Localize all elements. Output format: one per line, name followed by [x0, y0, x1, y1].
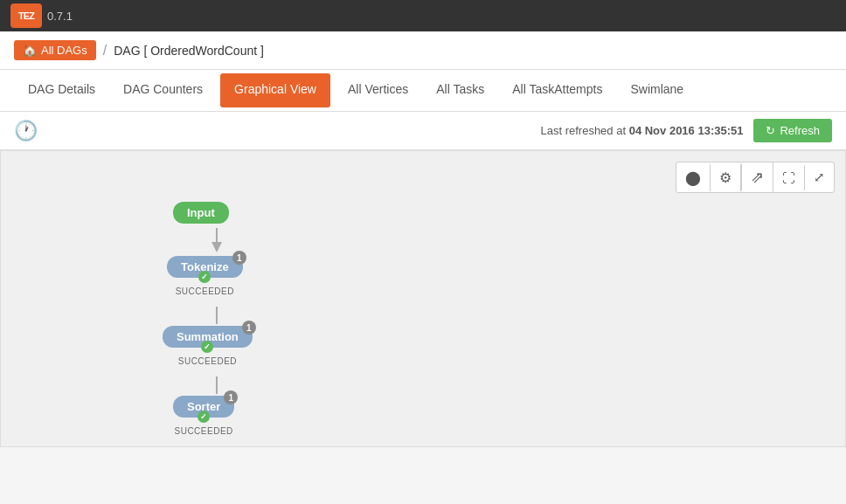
sorter-status: SUCCEEDED [175, 426, 233, 436]
dag-node-input[interactable]: Input [173, 202, 229, 224]
summation-node[interactable]: Summation 1 ✓ [163, 326, 253, 348]
breadcrumb-dag-name: DAG [ OrderedWordCount ] [114, 44, 264, 58]
dag-canvas: Input Tokenize 1 ✓ SUCCEEDED Summation 1… [1, 151, 845, 446]
dag-node-sorter[interactable]: Sorter 1 ✓ SUCCEEDED [173, 396, 234, 436]
logo: TEZ 0.7.1 [10, 3, 73, 28]
tab-all-vertices[interactable]: All Vertices [334, 73, 422, 107]
summation-badge: 1 [242, 321, 256, 335]
refresh-button[interactable]: ↻ Refresh [753, 119, 832, 142]
clock-icon: 🕐 [14, 120, 38, 142]
sorter-check-icon: ✓ [198, 411, 210, 423]
tez-logo-icon: TEZ [10, 3, 42, 28]
dag-connectors [1, 151, 845, 446]
home-icon: 🏠 [23, 44, 37, 57]
tokenize-status: SUCCEEDED [176, 287, 234, 296]
tokenize-badge: 1 [232, 251, 246, 265]
all-dags-link[interactable]: 🏠 All DAGs [14, 40, 96, 60]
version-label: 0.7.1 [47, 10, 73, 23]
dag-node-summation[interactable]: Summation 1 ✓ SUCCEEDED [163, 326, 253, 366]
tab-graphical-view[interactable]: Graphical View [220, 73, 330, 107]
tab-all-task-attempts[interactable]: All TaskAttempts [498, 73, 616, 107]
refresh-timestamp: 04 Nov 2016 13:35:51 [629, 124, 744, 137]
tokenize-check-icon: ✓ [198, 271, 211, 283]
refresh-label: Refresh [780, 124, 820, 137]
refresh-icon: ↻ [766, 124, 775, 137]
dag-node-tokenize[interactable]: Tokenize 1 ✓ SUCCEEDED [167, 256, 243, 296]
last-refreshed-text: Last refreshed at 04 Nov 2016 13:35:51 [48, 124, 743, 137]
all-dags-label: All DAGs [41, 44, 87, 57]
tab-dag-details[interactable]: DAG Details [14, 73, 109, 107]
tab-dag-counters[interactable]: DAG Counters [109, 73, 217, 107]
breadcrumb: 🏠 All DAGs / DAG [ OrderedWordCount ] [0, 31, 846, 70]
graph-area: ⬤ ⚙ ⇗ ⛶ ⤢ Input [0, 150, 846, 447]
breadcrumb-separator: / [103, 43, 107, 59]
navbar: TEZ 0.7.1 [0, 0, 846, 31]
refresh-bar: 🕐 Last refreshed at 04 Nov 2016 13:35:51… [0, 112, 846, 150]
sorter-badge: 1 [224, 390, 238, 404]
tab-swimlane[interactable]: Swimlane [616, 73, 697, 107]
summation-status: SUCCEEDED [178, 356, 237, 366]
tokenize-node[interactable]: Tokenize 1 ✓ [167, 256, 243, 278]
summation-check-icon: ✓ [201, 341, 213, 353]
input-node[interactable]: Input [173, 202, 229, 224]
sorter-node[interactable]: Sorter 1 ✓ [173, 396, 234, 418]
tab-bar: DAG DetailsDAG CountersGraphical ViewAll… [0, 70, 846, 112]
tab-all-tasks[interactable]: All Tasks [422, 73, 498, 107]
input-node-label: Input [187, 206, 215, 219]
